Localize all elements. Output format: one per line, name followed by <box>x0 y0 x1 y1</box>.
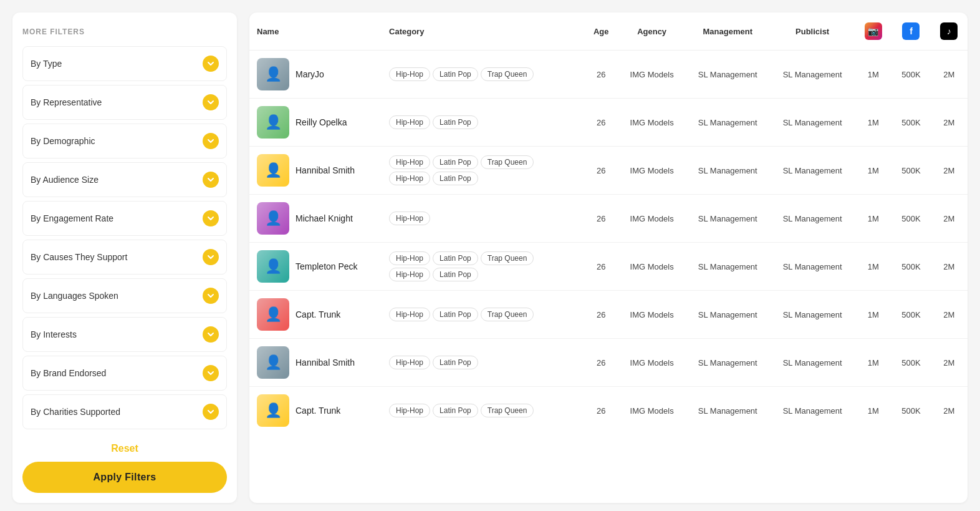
tag: Hip-Hop <box>389 308 430 321</box>
cell-publicist: SL Management <box>770 51 855 99</box>
cell-tiktok: 2M <box>931 147 968 195</box>
tag: Hip-Hop <box>389 404 430 417</box>
col-facebook: f <box>891 12 930 51</box>
table-row: 👤 Hannibal Smith Hip-HopLatin Pop 26 IMG… <box>249 339 968 387</box>
chevron-circle-by-languages <box>203 288 219 304</box>
results-table-container: Name Category Age Agency Management Publ… <box>249 12 968 503</box>
cell-category: Hip-HopLatin PopTrap Queen <box>382 291 584 339</box>
cell-management: SL Management <box>685 195 770 243</box>
tag: Hip-Hop <box>389 67 430 81</box>
cell-management: SL Management <box>685 99 770 147</box>
col-age: Age <box>584 12 618 51</box>
cell-name: 👤 Capt. Trunk <box>249 291 382 339</box>
cell-facebook: 500K <box>891 195 930 243</box>
cell-instagram: 1M <box>855 339 891 387</box>
cell-instagram: 1M <box>855 51 891 99</box>
filter-item-by-charities[interactable]: By Charities Supported <box>22 394 227 429</box>
filter-item-by-causes[interactable]: By Causes They Support <box>22 240 227 275</box>
table-body: 👤 MaryJo Hip-HopLatin PopTrap Queen 26 I… <box>249 51 968 435</box>
avatar: 👤 <box>257 394 289 427</box>
cell-publicist: SL Management <box>770 195 855 243</box>
filter-item-by-type[interactable]: By Type <box>22 46 227 81</box>
cell-facebook: 500K <box>891 51 930 99</box>
cell-tiktok: 2M <box>931 339 968 387</box>
avatar: 👤 <box>257 106 289 139</box>
chevron-circle-by-brand-endorsed <box>203 365 219 381</box>
cell-agency: IMG Models <box>618 51 685 99</box>
filter-item-by-engagement-rate[interactable]: By Engagement Rate <box>22 201 227 236</box>
tag: Trap Queen <box>481 155 534 169</box>
chevron-circle-by-charities <box>203 404 219 420</box>
tag-list: Hip-HopLatin PopTrap Queen <box>389 67 551 81</box>
avatar: 👤 <box>257 58 289 90</box>
cell-facebook: 500K <box>891 387 930 435</box>
cell-agency: IMG Models <box>618 243 685 291</box>
chevron-circle-by-interests <box>203 326 219 343</box>
chevron-down-icon <box>207 331 214 338</box>
cell-name: 👤 Hannibal Smith <box>249 339 382 387</box>
cell-name: 👤 Templeton Peck <box>249 243 382 291</box>
filter-item-by-interests[interactable]: By Interests <box>22 317 227 352</box>
cell-name: 👤 MaryJo <box>249 51 382 99</box>
person-name: Capt. Trunk <box>295 406 340 416</box>
col-category: Category <box>382 12 584 51</box>
table-row: 👤 Hannibal Smith Hip-HopLatin PopTrap Qu… <box>249 147 968 195</box>
cell-management: SL Management <box>685 339 770 387</box>
cell-management: SL Management <box>685 51 770 99</box>
avatar: 👤 <box>257 346 289 379</box>
filter-item-by-representative[interactable]: By Representative <box>22 85 227 120</box>
tag: Hip-Hop <box>389 172 430 185</box>
tag-list: Hip-HopLatin PopTrap QueenHip-HopLatin P… <box>389 251 551 281</box>
cell-management: SL Management <box>685 147 770 195</box>
cell-management: SL Management <box>685 243 770 291</box>
filter-label-by-brand-endorsed: By Brand Endorsed <box>31 368 106 378</box>
chevron-down-icon <box>207 292 214 299</box>
chevron-circle-by-type <box>203 56 219 72</box>
cell-age: 26 <box>584 387 618 435</box>
col-tiktok: ♪ <box>931 12 968 51</box>
person-name: Hannibal Smith <box>295 358 355 367</box>
cell-category: Hip-HopLatin PopTrap Queen <box>382 51 584 99</box>
cell-tiktok: 2M <box>931 195 968 243</box>
chevron-down-icon <box>207 137 214 145</box>
cell-age: 26 <box>584 195 618 243</box>
filter-item-by-audience-size[interactable]: By Audience Size <box>22 162 227 197</box>
cell-instagram: 1M <box>855 195 891 243</box>
cell-category: Hip-Hop <box>382 195 584 243</box>
filter-item-by-brand-endorsed[interactable]: By Brand Endorsed <box>22 356 227 391</box>
cell-category: Hip-HopLatin PopTrap QueenHip-HopLatin P… <box>382 243 584 291</box>
cell-publicist: SL Management <box>770 147 855 195</box>
cell-tiktok: 2M <box>931 51 968 99</box>
person-name: Templeton Peck <box>295 261 358 271</box>
table-row: 👤 MaryJo Hip-HopLatin PopTrap Queen 26 I… <box>249 51 968 99</box>
tag: Latin Pop <box>433 251 478 265</box>
table-row: 👤 Templeton Peck Hip-HopLatin PopTrap Qu… <box>249 243 968 291</box>
tag: Trap Queen <box>481 308 534 321</box>
cell-category: Hip-HopLatin PopTrap Queen <box>382 387 584 435</box>
cell-age: 26 <box>584 51 618 99</box>
cell-facebook: 500K <box>891 147 930 195</box>
cell-management: SL Management <box>685 387 770 435</box>
filter-label-by-causes: By Causes They Support <box>31 252 127 262</box>
table-row: 👤 Reilly Opelka Hip-HopLatin Pop 26 IMG … <box>249 99 968 147</box>
sidebar-title: MORE FILTERS <box>22 22 227 46</box>
cell-agency: IMG Models <box>618 147 685 195</box>
cell-instagram: 1M <box>855 387 891 435</box>
facebook-header-icon: f <box>902 22 920 40</box>
tag: Hip-Hop <box>389 356 430 369</box>
chevron-circle-by-causes <box>203 249 219 265</box>
cell-facebook: 500K <box>891 99 930 147</box>
filter-label-by-representative: By Representative <box>31 97 102 107</box>
apply-filters-button[interactable]: Apply Filters <box>22 462 227 493</box>
cell-facebook: 500K <box>891 339 930 387</box>
tag: Latin Pop <box>433 115 478 129</box>
filter-label-by-interests: By Interests <box>31 329 77 339</box>
filter-label-by-charities: By Charities Supported <box>31 407 120 417</box>
cell-age: 26 <box>584 243 618 291</box>
chevron-down-icon <box>207 176 214 183</box>
filter-item-by-demographic[interactable]: By Demographic <box>22 124 227 158</box>
cell-tiktok: 2M <box>931 291 968 339</box>
tag-list: Hip-HopLatin PopTrap Queen <box>389 308 551 321</box>
filter-item-by-languages[interactable]: By Languages Spoken <box>22 278 227 313</box>
reset-button[interactable]: Reset <box>111 443 138 454</box>
